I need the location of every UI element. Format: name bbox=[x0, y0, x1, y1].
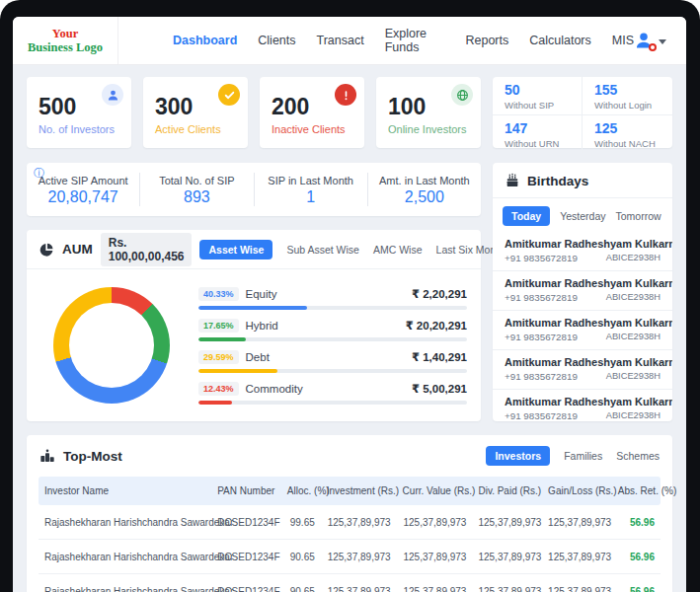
alloc-row-equity: 40.33% Equity ₹ 2,20,291 bbox=[198, 287, 467, 310]
check-circle-icon bbox=[218, 84, 240, 106]
nav-clients[interactable]: Clients bbox=[258, 34, 295, 47]
tab-investors[interactable]: Investors bbox=[486, 446, 550, 466]
nav-dashboard[interactable]: Dashboard bbox=[173, 34, 237, 47]
cell-without-nach[interactable]: 125 Without NACH bbox=[583, 115, 672, 153]
chevron-down-icon bbox=[659, 39, 666, 44]
nav-mis[interactable]: MIS bbox=[612, 34, 634, 47]
tab-sub-asset-wise[interactable]: Sub Asset Wise bbox=[286, 244, 359, 256]
mini-value: 50 bbox=[505, 82, 570, 98]
logo-line1: Your bbox=[52, 27, 78, 40]
card-online-investors[interactable]: 100 Online Investors bbox=[376, 77, 481, 148]
col-div-paid[interactable]: Div. Paid (Rs.) bbox=[472, 477, 542, 505]
birthday-list-item: Amitkumar Radheshyam Kulkarni +91 983567… bbox=[493, 232, 672, 271]
sip-last-month-count: SIP in Last Month 1 bbox=[254, 173, 367, 206]
topmost-table-wrap: Investor Name PAN Number Alloc. (%) Inve… bbox=[27, 477, 672, 592]
tab-families[interactable]: Families bbox=[564, 450, 602, 462]
col-gain-loss[interactable]: Gain/Loss (Rs.) bbox=[542, 477, 612, 505]
top-navbar: Your Business Logo Dashboard Clients Tra… bbox=[13, 17, 686, 65]
cell-without-login[interactable]: 155 Without Login bbox=[583, 77, 672, 115]
pct-badge: 40.33% bbox=[198, 287, 239, 301]
col-curr-value[interactable]: Curr. Value (Rs.) bbox=[397, 477, 473, 505]
info-icon[interactable]: ⓘ bbox=[34, 166, 44, 181]
cell-without-urn[interactable]: 147 Without URN bbox=[493, 115, 583, 153]
table-row[interactable]: Rajashekharan Harishchandra Sawardekar D… bbox=[39, 505, 661, 540]
aum-donut-wrap bbox=[27, 287, 196, 404]
summary-cards: 500 No. of Investors 300 Active Clients bbox=[27, 77, 481, 148]
asset-name: Debt bbox=[246, 351, 270, 363]
phone: +91 9835672819 bbox=[505, 371, 578, 382]
main-nav: Dashboard Clients Transact Explore Funds… bbox=[118, 17, 634, 64]
tab-yesterday[interactable]: Yesterday bbox=[560, 210, 605, 222]
asset-name: Commodity bbox=[246, 383, 303, 395]
progress-track bbox=[198, 337, 467, 341]
mini-label: Without NACH bbox=[594, 138, 661, 149]
pan: ABICE2938H bbox=[606, 292, 661, 303]
sip-last-month-amount: Amt. in Last Month 2,500 bbox=[367, 173, 481, 206]
card-inactive-clients[interactable]: 200 Inactive Clients bbox=[260, 77, 364, 148]
nav-calculators[interactable]: Calculators bbox=[529, 34, 591, 47]
phone: +91 9835672819 bbox=[505, 292, 578, 303]
col-investment[interactable]: Investment (Rs.) bbox=[321, 477, 397, 505]
birthday-list-item: Amitkumar Radheshyam Kulkarni +91 983567… bbox=[493, 390, 672, 421]
mini-value: 147 bbox=[505, 120, 570, 136]
aum-content: 40.33% Equity ₹ 2,20,291 17.65% bbox=[27, 269, 481, 421]
asset-amount: ₹ 1,40,291 bbox=[412, 350, 467, 364]
asset-name: Equity bbox=[246, 288, 277, 300]
pie-chart-icon bbox=[39, 242, 54, 258]
tab-tomorrow[interactable]: Tomorrow bbox=[615, 210, 661, 222]
alloc-row-debt: 29.59% Debt ₹ 1,40,291 bbox=[198, 350, 467, 373]
dashboard-body: 500 No. of Investors 300 Active Clients bbox=[13, 65, 686, 592]
table-row[interactable]: Rajashekharan Harishchandra Sawardekar D… bbox=[39, 540, 661, 574]
cell-without-sip[interactable]: 50 Without SIP bbox=[493, 77, 583, 115]
col-pan-number[interactable]: PAN Number bbox=[211, 477, 281, 505]
topmost-table: Investor Name PAN Number Alloc. (%) Inve… bbox=[39, 477, 661, 592]
logo-line2: Business Logo bbox=[28, 40, 103, 54]
nav-reports[interactable]: Reports bbox=[465, 34, 508, 47]
mini-value: 155 bbox=[594, 82, 661, 98]
tab-asset-wise[interactable]: Asset Wise bbox=[199, 240, 272, 259]
col-abs-ret[interactable]: Abs. Ret. (%) bbox=[612, 477, 661, 505]
col-alloc[interactable]: Alloc. (%) bbox=[281, 477, 321, 505]
mini-label: Without URN bbox=[505, 138, 570, 149]
nav-explore-funds[interactable]: Explore Funds bbox=[385, 27, 445, 54]
topmost-tabs: Investors Families Schemes bbox=[486, 446, 660, 466]
tab-today[interactable]: Today bbox=[503, 206, 550, 226]
tab-amc-wise[interactable]: AMC Wise bbox=[373, 244, 423, 256]
progress-fill bbox=[198, 369, 277, 373]
topmost-card: Top-Most Investors Families Schemes bbox=[27, 435, 672, 592]
sip-total-count: Total No. of SIP 893 bbox=[139, 173, 253, 206]
podium-chart-icon bbox=[39, 448, 55, 464]
phone: +91 9835672819 bbox=[505, 332, 578, 342]
table-row[interactable]: Rajashekharan Harishchandra Sawardekar D… bbox=[39, 574, 661, 592]
alloc-row-commodity: 12.43% Commodity ₹ 5,00,291 bbox=[198, 382, 467, 405]
pct-badge: 17.65% bbox=[198, 319, 239, 333]
business-logo[interactable]: Your Business Logo bbox=[13, 17, 118, 64]
pct-badge: 12.43% bbox=[198, 382, 239, 396]
notification-dot bbox=[649, 43, 657, 51]
birthday-list-item: Amitkumar Radheshyam Kulkarni +91 983567… bbox=[493, 271, 672, 311]
tab-schemes[interactable]: Schemes bbox=[616, 450, 660, 462]
investors-person-icon bbox=[102, 84, 123, 106]
col-investor-name[interactable]: Investor Name bbox=[39, 477, 211, 505]
card-active-clients[interactable]: 300 Active Clients bbox=[143, 77, 248, 148]
asset-amount: ₹ 5,00,291 bbox=[412, 382, 467, 396]
asset-name: Hybrid bbox=[246, 320, 278, 332]
pct-badge: 29.59% bbox=[198, 350, 239, 364]
progress-track bbox=[198, 401, 467, 405]
mini-label: Without SIP bbox=[505, 100, 570, 111]
birthdays-list: Amitkumar Radheshyam Kulkarni +91 983567… bbox=[493, 232, 672, 421]
table-header-row: Investor Name PAN Number Alloc. (%) Inve… bbox=[39, 477, 661, 505]
progress-fill bbox=[198, 401, 232, 405]
progress-track bbox=[198, 306, 467, 310]
nav-transact[interactable]: Transact bbox=[317, 34, 364, 47]
aum-donut bbox=[53, 287, 170, 404]
aum-card: AUM Rs. 100,00,00,456 Asset Wise Sub Ass… bbox=[27, 230, 481, 421]
aum-title: AUM bbox=[62, 242, 93, 257]
client-stats-grid: 50 Without SIP 155 Without Login 147 Wit… bbox=[493, 77, 672, 148]
asset-amount: ₹ 2,20,291 bbox=[412, 287, 467, 301]
stat-label: Inactive Clients bbox=[272, 123, 352, 135]
user-menu[interactable] bbox=[634, 17, 686, 64]
progress-fill bbox=[198, 306, 307, 310]
card-no-of-investors[interactable]: 500 No. of Investors bbox=[27, 77, 131, 148]
topmost-header: Top-Most Investors Families Schemes bbox=[27, 435, 672, 477]
